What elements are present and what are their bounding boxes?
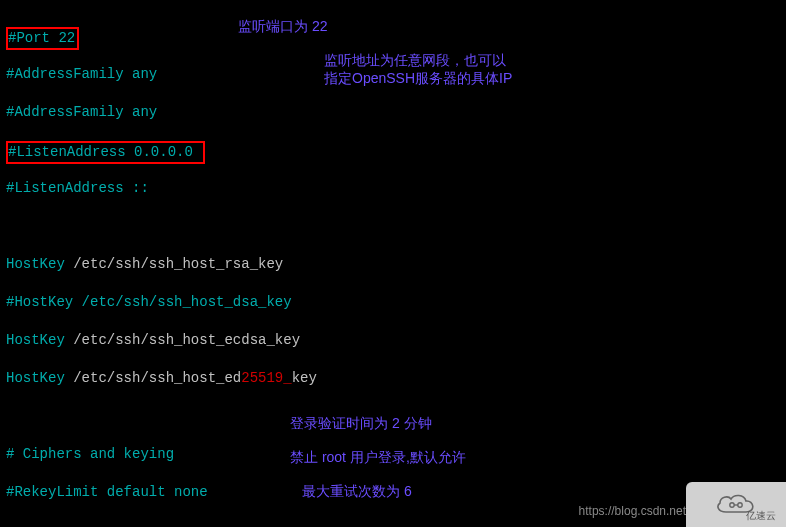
svg-point-1	[738, 502, 742, 506]
svg-point-0	[730, 502, 734, 506]
line-listenaddress: #ListenAddress 0.0.0.0	[6, 141, 780, 160]
blank-line	[6, 217, 780, 236]
line-hostkey-rsa: HostKey /etc/ssh/ssh_host_rsa_key	[6, 255, 780, 274]
line-listenaddress6: #ListenAddress ::	[6, 179, 780, 198]
watermark-url: https://blog.csdn.net	[579, 502, 686, 521]
annotation-logingracetime: 登录验证时间为 2 分钟	[290, 414, 432, 432]
line-port: #Port 22	[6, 27, 780, 46]
annotation-listenaddress: 监听地址为任意网段，也可以 指定OpenSSH服务器的具体IP	[324, 51, 512, 87]
blank-line	[6, 521, 780, 527]
line-addressfamily-2: #AddressFamily any	[6, 103, 780, 122]
line-hostkey-ecdsa: HostKey /etc/ssh/ssh_host_ecdsa_key	[6, 331, 780, 350]
annotation-maxauthtries: 最大重试次数为 6	[302, 482, 412, 500]
line-hostkey-dsa: #HostKey /etc/ssh/ssh_host_dsa_key	[6, 293, 780, 312]
annotation-permitrootlogin: 禁止 root 用户登录,默认允许	[290, 448, 466, 466]
watermark-brand: 亿速云	[746, 506, 776, 525]
line-hostkey-ed25519: HostKey /etc/ssh/ssh_host_ed25519_key	[6, 369, 780, 388]
annotation-port: 监听端口为 22	[238, 17, 327, 35]
